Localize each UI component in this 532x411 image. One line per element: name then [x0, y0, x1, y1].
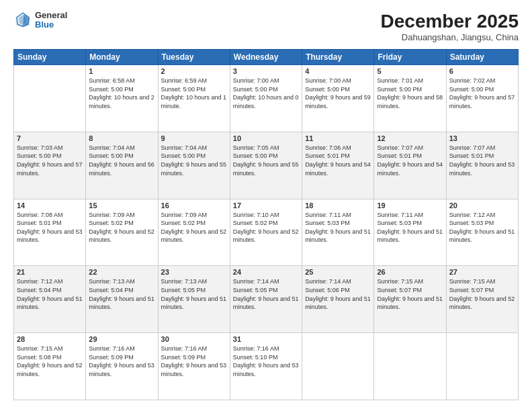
day-info: Sunrise: 7:00 AMSunset: 5:00 PMDaylight:…: [305, 77, 371, 110]
day-info: Sunrise: 7:06 AMSunset: 5:01 PMDaylight:…: [305, 144, 371, 177]
day-number: 6: [449, 67, 515, 75]
day-number: 2: [161, 67, 227, 75]
calendar-cell: 16Sunrise: 7:09 AMSunset: 5:02 PMDayligh…: [158, 199, 230, 266]
day-info: Sunrise: 7:07 AMSunset: 5:01 PMDaylight:…: [449, 144, 515, 177]
header-row: SundayMondayTuesdayWednesdayThursdayFrid…: [14, 50, 519, 65]
logo-blue: Blue: [35, 20, 67, 30]
week-row-1: 1Sunrise: 6:58 AMSunset: 5:00 PMDaylight…: [14, 65, 519, 132]
day-info: Sunrise: 7:03 AMSunset: 5:00 PMDaylight:…: [17, 144, 83, 177]
day-info: Sunrise: 7:15 AMSunset: 5:07 PMDaylight:…: [377, 277, 443, 311]
day-number: 3: [233, 67, 299, 75]
day-info: Sunrise: 7:08 AMSunset: 5:01 PMDaylight:…: [17, 211, 83, 244]
day-number: 8: [89, 134, 154, 142]
calendar-cell: 12Sunrise: 7:07 AMSunset: 5:01 PMDayligh…: [374, 132, 446, 199]
day-info: Sunrise: 7:14 AMSunset: 5:05 PMDaylight:…: [233, 277, 299, 311]
day-number: 29: [89, 335, 154, 343]
calendar-cell: 11Sunrise: 7:06 AMSunset: 5:01 PMDayligh…: [302, 132, 374, 199]
day-info: Sunrise: 7:16 AMSunset: 5:09 PMDaylight:…: [161, 345, 227, 378]
day-info: Sunrise: 7:15 AMSunset: 5:08 PMDaylight:…: [17, 345, 83, 378]
day-number: 22: [89, 268, 154, 276]
calendar-cell: 10Sunrise: 7:05 AMSunset: 5:00 PMDayligh…: [230, 132, 302, 199]
calendar: SundayMondayTuesdayWednesdayThursdayFrid…: [13, 49, 519, 400]
col-header-tuesday: Tuesday: [158, 50, 230, 65]
calendar-cell: 24Sunrise: 7:14 AMSunset: 5:05 PMDayligh…: [230, 266, 302, 333]
calendar-cell: 26Sunrise: 7:15 AMSunset: 5:07 PMDayligh…: [374, 266, 446, 333]
day-info: Sunrise: 6:59 AMSunset: 5:00 PMDaylight:…: [161, 77, 227, 110]
logo-general: General: [35, 11, 67, 20]
day-info: Sunrise: 7:12 AMSunset: 5:04 PMDaylight:…: [17, 277, 83, 311]
col-header-friday: Friday: [374, 50, 446, 65]
day-number: 17: [233, 201, 299, 210]
month-title: December 2025: [381, 11, 519, 32]
day-number: 13: [449, 134, 515, 142]
day-number: 19: [377, 201, 443, 210]
day-info: Sunrise: 6:58 AMSunset: 5:00 PMDaylight:…: [89, 77, 154, 110]
calendar-body: 1Sunrise: 6:58 AMSunset: 5:00 PMDaylight…: [14, 65, 519, 400]
day-number: 24: [233, 268, 299, 276]
day-info: Sunrise: 7:09 AMSunset: 5:02 PMDaylight:…: [89, 211, 154, 244]
calendar-cell: 5Sunrise: 7:01 AMSunset: 5:00 PMDaylight…: [374, 65, 446, 132]
col-header-thursday: Thursday: [302, 50, 374, 65]
calendar-cell: 22Sunrise: 7:13 AMSunset: 5:04 PMDayligh…: [86, 266, 158, 333]
calendar-cell: 3Sunrise: 7:00 AMSunset: 5:00 PMDaylight…: [230, 65, 302, 132]
calendar-cell: 4Sunrise: 7:00 AMSunset: 5:00 PMDaylight…: [302, 65, 374, 132]
calendar-cell: 20Sunrise: 7:12 AMSunset: 5:03 PMDayligh…: [446, 199, 518, 266]
col-header-wednesday: Wednesday: [230, 50, 302, 65]
calendar-cell: 31Sunrise: 7:16 AMSunset: 5:10 PMDayligh…: [230, 333, 302, 400]
day-number: 30: [161, 335, 227, 343]
day-number: 11: [305, 134, 371, 142]
calendar-cell: [446, 333, 518, 400]
page: General Blue December 2025 Dahuangshan, …: [0, 0, 532, 411]
day-number: 4: [305, 67, 371, 75]
calendar-cell: 29Sunrise: 7:16 AMSunset: 5:09 PMDayligh…: [86, 333, 158, 400]
title-block: December 2025 Dahuangshan, Jiangsu, Chin…: [381, 11, 519, 42]
day-number: 14: [17, 201, 83, 210]
day-number: 18: [305, 201, 371, 210]
header: General Blue December 2025 Dahuangshan, …: [13, 11, 519, 42]
col-header-saturday: Saturday: [446, 50, 518, 65]
calendar-cell: 30Sunrise: 7:16 AMSunset: 5:09 PMDayligh…: [158, 333, 230, 400]
day-number: 25: [305, 268, 371, 276]
day-info: Sunrise: 7:13 AMSunset: 5:05 PMDaylight:…: [161, 277, 227, 311]
logo-text: General Blue: [35, 11, 67, 30]
day-info: Sunrise: 7:15 AMSunset: 5:07 PMDaylight:…: [449, 277, 515, 311]
calendar-cell: 7Sunrise: 7:03 AMSunset: 5:00 PMDaylight…: [14, 132, 86, 199]
day-number: 20: [449, 201, 515, 210]
calendar-cell: 25Sunrise: 7:14 AMSunset: 5:06 PMDayligh…: [302, 266, 374, 333]
calendar-cell: 14Sunrise: 7:08 AMSunset: 5:01 PMDayligh…: [14, 199, 86, 266]
calendar-cell: 13Sunrise: 7:07 AMSunset: 5:01 PMDayligh…: [446, 132, 518, 199]
week-row-2: 7Sunrise: 7:03 AMSunset: 5:00 PMDaylight…: [14, 132, 519, 199]
day-number: 10: [233, 134, 299, 142]
day-number: 12: [377, 134, 443, 142]
location: Dahuangshan, Jiangsu, China: [381, 32, 519, 42]
calendar-cell: 9Sunrise: 7:04 AMSunset: 5:00 PMDaylight…: [158, 132, 230, 199]
day-info: Sunrise: 7:09 AMSunset: 5:02 PMDaylight:…: [161, 211, 227, 244]
week-row-5: 28Sunrise: 7:15 AMSunset: 5:08 PMDayligh…: [14, 333, 519, 400]
logo-icon: [13, 11, 32, 30]
day-info: Sunrise: 7:13 AMSunset: 5:04 PMDaylight:…: [89, 277, 154, 311]
calendar-cell: [14, 65, 86, 132]
day-number: 23: [161, 268, 227, 276]
day-info: Sunrise: 7:10 AMSunset: 5:02 PMDaylight:…: [233, 211, 299, 244]
week-row-3: 14Sunrise: 7:08 AMSunset: 5:01 PMDayligh…: [14, 199, 519, 266]
day-info: Sunrise: 7:16 AMSunset: 5:09 PMDaylight:…: [89, 345, 154, 378]
day-info: Sunrise: 7:01 AMSunset: 5:00 PMDaylight:…: [377, 77, 443, 110]
calendar-header: SundayMondayTuesdayWednesdayThursdayFrid…: [14, 50, 519, 65]
logo: General Blue: [13, 11, 67, 30]
day-info: Sunrise: 7:16 AMSunset: 5:10 PMDaylight:…: [233, 345, 299, 378]
calendar-cell: 1Sunrise: 6:58 AMSunset: 5:00 PMDaylight…: [86, 65, 158, 132]
calendar-cell: 27Sunrise: 7:15 AMSunset: 5:07 PMDayligh…: [446, 266, 518, 333]
calendar-cell: 2Sunrise: 6:59 AMSunset: 5:00 PMDaylight…: [158, 65, 230, 132]
day-number: 1: [89, 67, 154, 75]
day-number: 16: [161, 201, 227, 210]
calendar-cell: 8Sunrise: 7:04 AMSunset: 5:00 PMDaylight…: [86, 132, 158, 199]
day-number: 9: [161, 134, 227, 142]
calendar-cell: 6Sunrise: 7:02 AMSunset: 5:00 PMDaylight…: [446, 65, 518, 132]
day-info: Sunrise: 7:00 AMSunset: 5:00 PMDaylight:…: [233, 77, 299, 110]
calendar-cell: 15Sunrise: 7:09 AMSunset: 5:02 PMDayligh…: [86, 199, 158, 266]
calendar-cell: [302, 333, 374, 400]
day-number: 26: [377, 268, 443, 276]
calendar-cell: 17Sunrise: 7:10 AMSunset: 5:02 PMDayligh…: [230, 199, 302, 266]
day-number: 15: [89, 201, 154, 210]
day-number: 27: [449, 268, 515, 276]
